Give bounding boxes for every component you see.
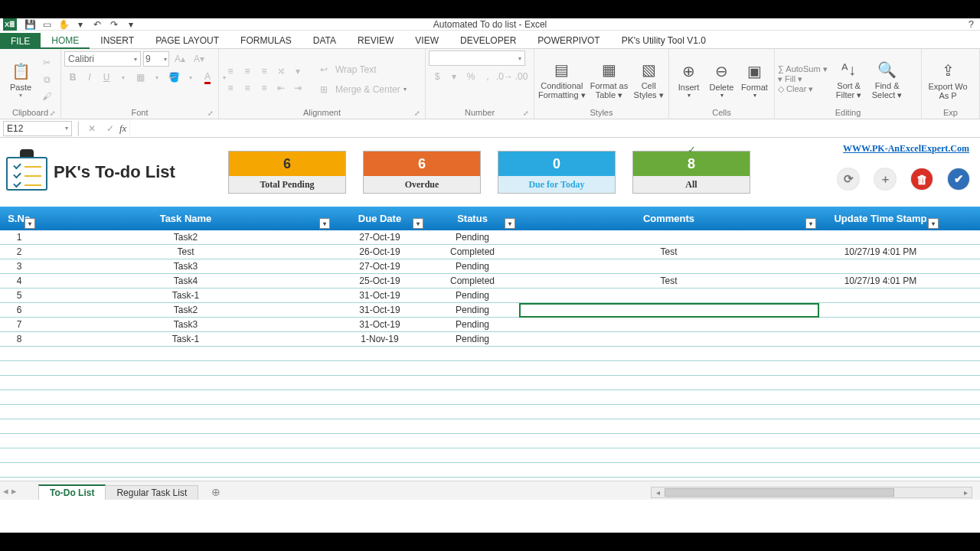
empty-row[interactable]: [0, 376, 980, 390]
empty-row[interactable]: [0, 434, 980, 448]
empty-row[interactable]: [0, 463, 980, 478]
underline-icon[interactable]: U: [99, 70, 114, 85]
tab-powerpivot[interactable]: POWERPIVOT: [527, 33, 610, 48]
refresh-button[interactable]: ⟳: [838, 168, 859, 190]
sheet-nav-next-icon[interactable]: ▸: [11, 485, 17, 497]
indent-dec-icon[interactable]: ⇤: [273, 80, 289, 96]
filter-ts-icon[interactable]: ▾: [928, 218, 939, 229]
increase-decimal-icon[interactable]: .0→: [497, 69, 512, 84]
name-box[interactable]: E12▾: [3, 121, 72, 136]
font-name-select[interactable]: Calibri▾: [64, 51, 141, 67]
card-all[interactable]: ✓ 8 All: [632, 151, 750, 194]
cancel-formula-icon[interactable]: ✕: [83, 121, 101, 136]
accounting-icon[interactable]: $: [430, 69, 445, 84]
align-top-icon[interactable]: ≡: [223, 64, 238, 79]
bold-icon[interactable]: B: [65, 70, 80, 85]
autosum-button[interactable]: ∑ AutoSum ▾: [778, 64, 828, 74]
filter-task-icon[interactable]: ▾: [319, 218, 330, 229]
insert-cells-button[interactable]: ⊕Insert▾: [672, 60, 705, 99]
quickprint-icon[interactable]: ▭: [38, 18, 55, 31]
empty-row[interactable]: [0, 405, 980, 419]
delete-button[interactable]: 🗑: [911, 168, 933, 190]
tab-file[interactable]: FILE: [0, 33, 41, 49]
add-button[interactable]: ＋: [874, 168, 896, 190]
table-row[interactable]: 8Task-11-Nov-19Pending: [0, 332, 980, 347]
filter-sno-icon[interactable]: ▾: [24, 218, 35, 229]
table-row[interactable]: 6Task231-Oct-19Pending: [0, 303, 980, 318]
orientation-icon[interactable]: ⤭: [273, 64, 289, 79]
font-color-icon[interactable]: A: [200, 70, 215, 85]
table-row[interactable]: 3Task327-Oct-19Pending: [0, 259, 980, 274]
delete-cells-button[interactable]: ⊖Delete▾: [705, 60, 738, 99]
table-row[interactable]: 7Task331-Oct-19Pending: [0, 318, 980, 332]
sheet-nav-prev-icon[interactable]: ◂: [3, 485, 8, 497]
format-painter-icon[interactable]: 🖌: [39, 89, 54, 104]
empty-row[interactable]: [0, 361, 980, 376]
indent-inc-icon[interactable]: ⇥: [290, 80, 305, 96]
format-cells-button[interactable]: ▣Format▾: [738, 60, 771, 99]
undo-icon[interactable]: ↶: [89, 18, 106, 31]
font-launcher-icon[interactable]: ⤢: [207, 109, 214, 117]
format-as-table-button[interactable]: ▦Format asTable ▾: [588, 58, 631, 100]
tab-data[interactable]: DATA: [302, 33, 347, 48]
sort-filter-button[interactable]: ᴬ↓Sort &Filter ▾: [832, 58, 866, 100]
fill-color-icon[interactable]: 🪣: [166, 70, 181, 85]
wrap-text-button[interactable]: ↩Wrap Text: [315, 61, 407, 78]
tab-view[interactable]: VIEW: [404, 33, 449, 48]
empty-row[interactable]: [0, 390, 980, 405]
table-row[interactable]: 5Task-131-Oct-19Pending: [0, 289, 980, 303]
percent-icon[interactable]: %: [463, 69, 479, 84]
cell-styles-button[interactable]: ▧CellStyles ▾: [632, 58, 665, 100]
copy-icon[interactable]: ⧉: [39, 72, 54, 87]
card-overdue[interactable]: 6 Overdue: [363, 151, 481, 194]
help-icon[interactable]: ?: [969, 18, 974, 30]
table-row[interactable]: 4Task425-Oct-19CompletedTest10/27/19 4:0…: [0, 274, 980, 289]
clipboard-launcher-icon[interactable]: ⤢: [50, 109, 56, 117]
cut-icon[interactable]: ✂: [39, 55, 54, 70]
card-due-today[interactable]: 0 Due for Today: [498, 151, 616, 194]
new-sheet-button[interactable]: ⊕: [207, 484, 225, 500]
comma-icon[interactable]: ,: [480, 69, 495, 84]
borders-icon[interactable]: ▦: [132, 70, 148, 85]
font-size-select[interactable]: 9▾: [143, 51, 169, 67]
shrink-font-icon[interactable]: A▾: [191, 51, 207, 67]
merge-center-button[interactable]: ⊞Merge & Center▾: [315, 81, 407, 98]
new-icon[interactable]: ▾: [72, 18, 89, 31]
alignment-launcher-icon[interactable]: ⤢: [414, 109, 420, 117]
redo-icon[interactable]: ↷: [106, 18, 122, 31]
export-workbook-button[interactable]: ⇪Export WoAs P: [925, 59, 971, 100]
empty-row[interactable]: [0, 419, 980, 434]
tab-page-layout[interactable]: PAGE LAYOUT: [145, 33, 230, 48]
worksheet[interactable]: PK's To-do List 6 Total Pending 6 Overdu…: [0, 138, 980, 481]
tab-developer[interactable]: DEVELOPER: [449, 33, 527, 48]
tab-insert[interactable]: INSERT: [90, 33, 145, 48]
customize-qat-icon[interactable]: ▾: [122, 18, 139, 31]
sheet-tab-regular[interactable]: Regular Task List: [105, 485, 198, 500]
save-icon[interactable]: 💾: [21, 18, 38, 31]
filter-status-icon[interactable]: ▾: [505, 218, 515, 229]
website-link[interactable]: WWW.PK-AnExcelExpert.Com: [843, 143, 969, 154]
horizontal-scrollbar[interactable]: ◂▸: [651, 487, 972, 498]
table-row[interactable]: 2Test26-Oct-19CompletedTest10/27/19 4:01…: [0, 245, 980, 259]
enter-formula-icon[interactable]: ✓: [101, 121, 119, 136]
italic-icon[interactable]: I: [82, 70, 97, 85]
sheet-tab-todo[interactable]: To-Do List: [38, 484, 106, 500]
fx-icon[interactable]: fx: [119, 122, 126, 135]
tab-formulas[interactable]: FORMULAS: [230, 33, 302, 48]
tab-pk-utility[interactable]: PK's Utility Tool V1.0: [611, 33, 717, 48]
formula-input[interactable]: [129, 121, 980, 136]
empty-row[interactable]: [0, 347, 980, 361]
find-select-button[interactable]: 🔍Find &Select ▾: [871, 58, 904, 100]
conditional-formatting-button[interactable]: ▤ConditionalFormatting ▾: [537, 58, 586, 100]
table-row[interactable]: 1Task227-Oct-19Pending: [0, 230, 980, 245]
card-total-pending[interactable]: 6 Total Pending: [228, 151, 346, 194]
fill-button[interactable]: ▾ Fill ▾: [778, 74, 828, 84]
table-body[interactable]: 1Task227-Oct-19Pending2Test26-Oct-19Comp…: [0, 230, 980, 478]
grow-font-icon[interactable]: A▴: [172, 51, 188, 67]
tab-home[interactable]: HOME: [41, 33, 90, 49]
empty-row[interactable]: [0, 448, 980, 463]
clear-button[interactable]: ◇ Clear ▾: [778, 84, 828, 94]
complete-button[interactable]: ✔: [948, 168, 969, 190]
tab-review[interactable]: REVIEW: [347, 33, 404, 48]
paste-button[interactable]: 📋 Paste ▾: [3, 60, 38, 99]
